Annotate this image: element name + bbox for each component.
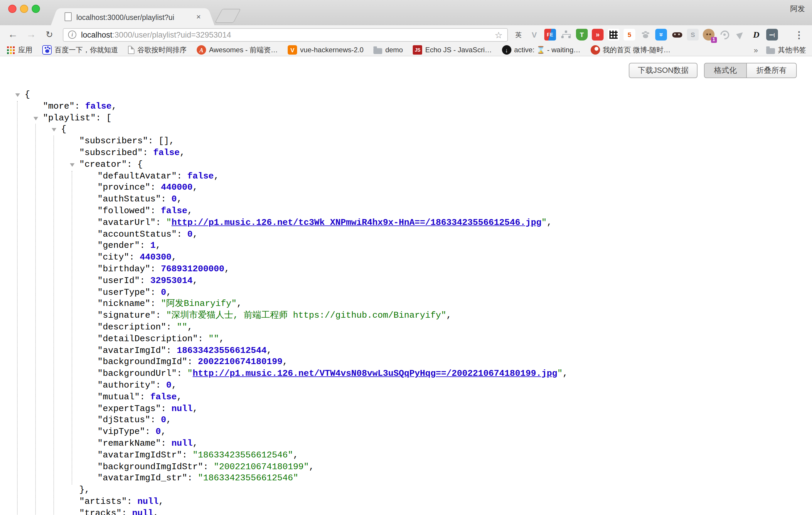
json-token: : [127,497,137,507]
format-button[interactable]: 格式化 [704,63,747,78]
json-line: "subscribed": false, [14,147,812,159]
tampermonkey-extension-icon[interactable]: T [576,29,588,40]
json-token: 32953014 [150,276,193,286]
html5-extension-icon[interactable]: 5 [624,29,635,40]
sitemap-extension-icon[interactable] [560,29,572,40]
zoom-window-button[interactable] [32,5,40,13]
json-token: 0 [161,287,166,297]
minimize-window-button[interactable] [20,5,28,13]
tree-guide-line [71,171,72,484]
bookmark-item[interactable]: ↓active: ⌛ - waiting… [502,45,580,55]
json-token: false [161,206,187,216]
json-line: "artists": null, [14,496,812,508]
translate-glyph: 英 [515,30,522,39]
json-line: "creator": { [14,159,812,171]
json-token: "gender" [97,241,140,251]
bookmark-item[interactable]: 我的首页 微博-随时… [590,45,670,55]
other-bookmarks-folder[interactable]: 其他书签 [766,45,806,55]
bookmark-item[interactable]: 应用 [6,45,32,55]
json-token: : [198,334,208,344]
json-token: , [180,148,185,158]
json-line: "playlist": [ [14,112,812,124]
bookmark-label: Echo JS - JavaScri… [425,46,492,54]
address-bar[interactable]: i localhost:3000/user/playlist?uid=32953… [63,28,508,41]
json-token: : [129,253,140,262]
bookmark-item[interactable]: 谷歌按时间排序 [128,45,187,55]
collapse-triangle-icon[interactable] [70,163,75,167]
browser-menu-icon[interactable]: ⋮ [792,29,806,40]
collapse-triangle-icon[interactable] [52,128,56,132]
json-token: 0 [161,416,166,425]
translate-extension-icon[interactable]: 英 [513,29,524,40]
url-text[interactable]: localhost:3000/user/playlist?uid=3295301… [81,30,231,39]
json-line: "userId": 32953014, [14,276,812,287]
browser-tab[interactable]: localhost:3000/user/playlist?ui × [59,8,207,25]
json-line: "avatarImgId": 18633423556612544, [14,345,812,357]
bookmarks-overflow-chevron[interactable]: » [754,46,758,54]
bookmark-item[interactable]: AAwesomes - 前端资… [197,45,278,55]
json-token: null [171,404,193,414]
password-extension-icon[interactable]: •••| [766,29,778,40]
collapse-all-button[interactable]: 折叠所有 [746,63,797,78]
json-token: : [166,322,177,332]
json-token: : [187,357,198,367]
tab-strip: localhost:3000/user/playlist?ui × 阿发 [0,0,812,25]
page-info-icon[interactable]: i [68,31,76,39]
url-host: localhost [81,30,112,39]
chevrons-extension-icon[interactable]: » [655,29,667,40]
json-line: "avatarImgIdStr": "18633423556612546", [14,450,812,461]
fe-extension-icon[interactable]: FE [544,29,556,40]
page-content: 下载JSON数据 格式化 折叠所有 {"more": false,"playli… [0,56,812,515]
video-extension-icon[interactable]: » [592,29,604,40]
json-token: "signature" [97,311,155,321]
bookmark-star-icon[interactable]: ☆ [495,30,502,39]
monkey-extension-icon[interactable] [703,29,715,40]
close-window-button[interactable] [8,5,17,13]
bookmark-item[interactable]: demo [373,46,403,54]
json-token: : [140,276,150,286]
json-token: 768931200000 [161,264,224,274]
json-token: : [150,416,161,425]
collapse-triangle-icon[interactable] [15,93,20,97]
json-link[interactable]: http://p1.music.126.net/tc3Wk_XNPmwiR4hx… [171,218,541,228]
s-extension-icon[interactable]: S [687,29,699,40]
vue-extension-icon[interactable]: V [528,29,540,40]
reload-icon[interactable]: ↻ [42,29,56,40]
bird-extension-icon[interactable] [734,29,746,40]
json-token: null [171,439,193,449]
password-glyph: •••| [770,33,775,37]
download-json-button[interactable]: 下载JSON数据 [629,63,697,78]
mask-extension-icon[interactable] [671,29,683,40]
forward-icon[interactable]: → [24,29,38,40]
back-icon[interactable]: ← [6,29,20,40]
tab-close-icon[interactable]: × [196,13,201,21]
tampermonkey-glyph: T [580,31,584,38]
paw-extension-icon[interactable] [639,29,651,40]
bookmark-item[interactable]: JSEcho JS - JavaScri… [413,45,492,55]
bookmark-item[interactable]: Vvue-hackernews-2.0 [288,45,364,55]
video-glyph: » [596,31,600,39]
json-token: "subscribed" [79,148,143,158]
json-token: : [150,206,161,216]
json-line: "province": 440000, [14,182,812,194]
json-line: "mutual": false, [14,391,812,403]
json-link[interactable]: http://p1.music.126.net/VTW4vsN08vwL3uSQ… [193,369,557,379]
json-token: false [187,171,214,181]
json-token: "province" [97,183,150,193]
json-token: "avatarUrl" [97,218,155,228]
json-token: 2002210674180199 [198,357,282,367]
d-extension-icon[interactable]: D [750,29,762,40]
json-token: , [193,229,198,239]
json-token: "djStatus" [97,416,150,425]
json-tree: {"more": false,"playlist": [{"subscriber… [14,89,812,515]
collapse-triangle-icon[interactable] [33,117,38,120]
profile-name[interactable]: 阿发 [790,4,805,14]
bookmark-item[interactable]: 百度一下，你就知道 [42,45,118,55]
new-tab-button[interactable] [214,9,241,23]
qrcode-extension-icon[interactable] [608,29,619,40]
json-token: "subscribers" [79,136,148,146]
json-token: : [150,299,161,309]
json-line: { [14,124,812,136]
window-controls [8,5,40,13]
weibo-extension-icon[interactable] [719,29,730,40]
